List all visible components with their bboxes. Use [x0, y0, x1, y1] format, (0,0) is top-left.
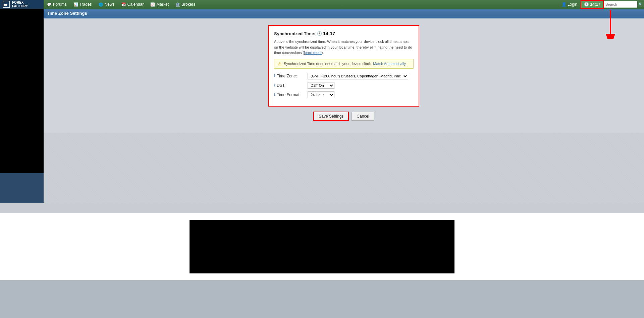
login-button[interactable]: 👤 Login	[558, 2, 581, 7]
search-input[interactable]	[604, 1, 637, 8]
clock-icon: 🕐	[584, 2, 589, 7]
sidebar	[0, 9, 44, 203]
top-navigation: FOREX FACTORY 💬 Forums 📊 Trades 🌐 News 📅…	[0, 0, 644, 9]
dst-label: DST:	[277, 83, 285, 88]
svg-rect-3	[4, 5, 7, 6]
dst-control: DST On DST Off	[308, 82, 414, 89]
cancel-button[interactable]: Cancel	[352, 112, 374, 121]
nav-trades[interactable]: 📊 Trades	[70, 0, 95, 9]
search-button[interactable]: 🔍	[637, 1, 644, 8]
bottom-advertisement	[190, 220, 454, 273]
calendar-icon: 📅	[121, 2, 126, 7]
logo-icon	[3, 1, 10, 8]
sync-clock-icon: 🕐	[317, 31, 322, 36]
nav-market[interactable]: 📈 Market	[147, 0, 172, 9]
timezone-label-cell: ℹ Time Zone:	[274, 74, 308, 78]
sync-time-value: 14:17	[323, 31, 335, 36]
time-format-info-icon[interactable]: ℹ	[274, 92, 275, 97]
trades-icon: 📊	[73, 2, 78, 7]
forums-icon: 💬	[47, 2, 52, 7]
logo-text: FOREX FACTORY	[12, 1, 28, 8]
time-format-select[interactable]: 24 Hour 12 Hour	[308, 91, 334, 98]
warning-banner: ⚠ Synchronized Time does not match your …	[274, 59, 414, 69]
svg-rect-1	[4, 3, 6, 3]
warning-text: Synchronized Time does not match your de…	[284, 62, 372, 66]
settings-panel: Synchronized Time: 🕐 14:17 Above is the …	[44, 18, 644, 133]
warning-icon: ⚠	[278, 61, 282, 66]
sync-label: Synchronized Time:	[274, 31, 315, 36]
svg-rect-2	[4, 4, 7, 5]
timezone-row: ℹ Time Zone: (GMT +1:00 hour) Brussels, …	[274, 73, 414, 79]
sync-time-row: Synchronized Time: 🕐 14:17	[274, 31, 414, 36]
market-icon: 📈	[150, 2, 155, 7]
nav-brokers[interactable]: 🏦 Brokers	[172, 0, 199, 9]
sidebar-ad	[0, 9, 44, 173]
time-display[interactable]: 🕐 14:17	[581, 0, 604, 9]
dst-info-icon[interactable]: ℹ	[274, 83, 275, 87]
nav-items: 💬 Forums 📊 Trades 🌐 News 📅 Calendar 📈 Ma…	[44, 0, 558, 9]
nav-news[interactable]: 🌐 News	[95, 0, 118, 9]
nav-calendar[interactable]: 📅 Calendar	[118, 0, 147, 9]
timezone-info-icon[interactable]: ℹ	[274, 74, 275, 78]
learn-more-link[interactable]: learn more	[304, 51, 322, 55]
timezone-box: Synchronized Time: 🕐 14:17 Above is the …	[268, 25, 419, 107]
login-icon: 👤	[561, 2, 567, 7]
buttons-row: Save Settings Cancel	[54, 107, 634, 126]
news-icon: 🌐	[99, 2, 103, 7]
match-automatically-link[interactable]: Match Automatically.	[373, 62, 407, 66]
dst-row: ℹ DST: DST On DST Off	[274, 82, 414, 89]
nav-forums[interactable]: 💬 Forums	[44, 0, 70, 9]
logo-area[interactable]: FOREX FACTORY	[0, 0, 44, 9]
nav-right: 👤 Login 🕐 14:17 🔍	[558, 0, 644, 9]
content-area: Time Zone Settings Synchronized Time: 🕐 …	[44, 9, 644, 203]
time-format-row: ℹ Time Format: 24 Hour 12 Hour	[274, 91, 414, 98]
brokers-icon: 🏦	[175, 2, 180, 7]
search-area: 🔍	[604, 0, 644, 9]
timezone-label: Time Zone:	[277, 74, 297, 78]
section-header: Time Zone Settings	[44, 9, 644, 18]
time-format-label: Time Format:	[277, 92, 301, 97]
main-wrapper: Time Zone Settings Synchronized Time: 🕐 …	[0, 9, 644, 203]
sync-description: Above is the synchronized time. When it …	[274, 39, 414, 56]
dst-label-cell: ℹ DST:	[274, 83, 308, 88]
time-format-control: 24 Hour 12 Hour	[308, 91, 414, 98]
dst-select[interactable]: DST On DST Off	[308, 82, 334, 89]
save-settings-button[interactable]: Save Settings	[313, 112, 349, 121]
time-format-label-cell: ℹ Time Format:	[274, 92, 308, 97]
timezone-control: (GMT +1:00 hour) Brussels, Copenhagen, M…	[308, 73, 414, 79]
timezone-select[interactable]: (GMT +1:00 hour) Brussels, Copenhagen, M…	[308, 73, 408, 79]
